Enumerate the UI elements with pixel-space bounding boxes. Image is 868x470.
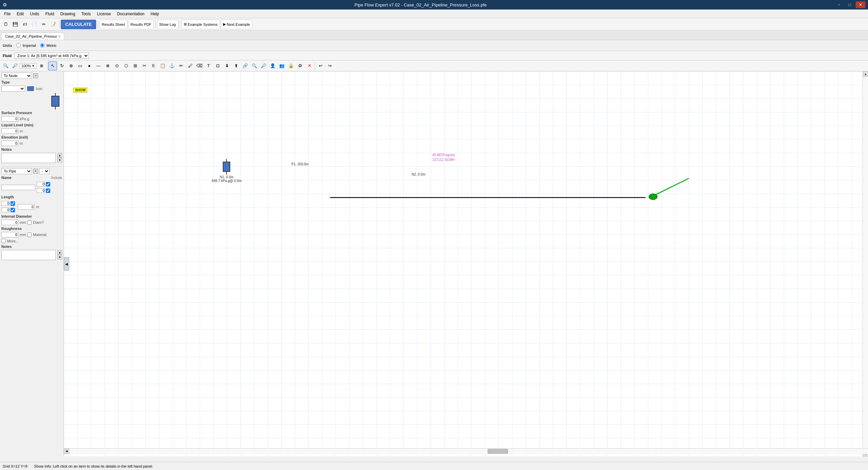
- pipe-check-4[interactable]: [1, 207, 10, 212]
- h-scroll-thumb[interactable]: [488, 449, 508, 454]
- metric-radio[interactable]: [40, 43, 44, 48]
- export-tool[interactable]: ⬆: [232, 61, 240, 70]
- imperial-label[interactable]: Imperial: [23, 43, 36, 48]
- lock-tool[interactable]: 🔒: [287, 61, 295, 70]
- menu-documentation[interactable]: Documentation: [114, 11, 147, 17]
- results-sheet-button[interactable]: Results Sheet: [99, 20, 127, 29]
- pipe-checkbox-2[interactable]: [46, 188, 50, 193]
- canvas-area[interactable]: ◀ SHOW N1, 0.0m 448.7 kPa.g@ 0.0m P1,: [64, 71, 863, 456]
- paste-tool[interactable]: 📋: [158, 61, 167, 70]
- menu-edit[interactable]: Edit: [14, 11, 26, 17]
- pipe-cross-icon[interactable]: +: [33, 169, 38, 174]
- notes-scroll-down[interactable]: ▼: [57, 158, 62, 162]
- close-button[interactable]: ✕: [856, 1, 865, 8]
- show-log-button[interactable]: Show Log: [157, 20, 178, 29]
- to-pipe-select[interactable]: To Pipe: [1, 168, 32, 174]
- pipe-notes-textarea[interactable]: [1, 250, 56, 260]
- tab-close-icon[interactable]: ×: [58, 35, 60, 38]
- copy-tool[interactable]: ⎘: [149, 61, 158, 70]
- node-tool[interactable]: ●: [85, 61, 94, 70]
- zoom-dropdown-icon[interactable]: ▼: [32, 64, 35, 68]
- pipe-notes-scroll-down[interactable]: ▼: [57, 255, 62, 259]
- results-pdf-button[interactable]: Results PDF: [128, 20, 154, 29]
- node-n1-container[interactable]: N1, 0.0m 448.7 kPa.g@ 0.0m: [212, 159, 242, 183]
- pipe-checkbox-1[interactable]: [46, 182, 50, 186]
- settings-tool[interactable]: ⚙: [296, 61, 305, 70]
- group-tool[interactable]: 👥: [277, 61, 286, 70]
- elevation-input[interactable]: [1, 141, 18, 146]
- menu-help[interactable]: Help: [148, 11, 162, 17]
- undo-btn[interactable]: ↩: [316, 61, 325, 70]
- h-scroll-track[interactable]: [69, 449, 868, 454]
- calculate-button[interactable]: CALCULATE: [61, 20, 96, 29]
- anchor-tool[interactable]: ⚓: [167, 61, 176, 70]
- pencil-tool[interactable]: ✏: [177, 61, 185, 70]
- menu-file[interactable]: File: [1, 11, 13, 17]
- example-systems-button[interactable]: ⊞ Example Systems: [181, 20, 220, 29]
- imperial-radio[interactable]: [16, 43, 21, 48]
- roughness-input[interactable]: [1, 232, 18, 237]
- zoom-area-btn[interactable]: 🔍: [250, 61, 259, 70]
- fit-btn[interactable]: ⊕: [37, 61, 46, 70]
- pump-tool[interactable]: ⊙: [112, 61, 121, 70]
- collapse-panel-btn[interactable]: ◀: [64, 257, 69, 271]
- connector-tool[interactable]: ⊞: [131, 61, 140, 70]
- metric-label[interactable]: Metric: [47, 43, 57, 48]
- more-checkbox[interactable]: [1, 239, 6, 243]
- eraser-tool[interactable]: ⌫: [195, 61, 204, 70]
- redo-btn[interactable]: ↪: [325, 61, 334, 70]
- active-tab[interactable]: Case_02_Air_Pipeline_Pressur ×: [1, 33, 64, 40]
- toolbar-icon-3[interactable]: 🏷: [20, 20, 29, 29]
- next-example-button[interactable]: ▶ Next Example: [221, 20, 252, 29]
- toolbar-icon-2[interactable]: 💾: [11, 20, 20, 29]
- menu-license[interactable]: License: [94, 11, 113, 17]
- menu-fluid[interactable]: Fluid: [42, 11, 57, 17]
- pipe-check-1[interactable]: [37, 182, 45, 186]
- menu-drawing[interactable]: Drawing: [57, 11, 78, 17]
- pipe-tool[interactable]: —: [94, 61, 103, 70]
- toolbar-icon-4[interactable]: 📄: [30, 20, 39, 29]
- pipe-check-3[interactable]: [1, 201, 10, 206]
- restore-button[interactable]: □: [845, 1, 854, 8]
- surface-pressure-input[interactable]: [1, 116, 18, 122]
- delete-tool[interactable]: ✂: [140, 61, 149, 70]
- close-tool[interactable]: ✕: [305, 61, 314, 70]
- move-tool[interactable]: ⊕: [67, 61, 75, 70]
- pipe-name-input[interactable]: [1, 185, 35, 190]
- material-checkbox[interactable]: [27, 233, 32, 237]
- zoom-out-btn[interactable]: 🔎: [11, 61, 19, 70]
- text-tool[interactable]: T: [204, 61, 213, 70]
- pipe-checkbox-4[interactable]: [11, 208, 15, 212]
- pipe-notes-scroll-up[interactable]: ▲: [57, 250, 62, 255]
- pipe-style-select[interactable]: —: [39, 168, 50, 174]
- valve-tool[interactable]: ⊗: [103, 61, 112, 70]
- zoom-fit-btn[interactable]: 🔎: [259, 61, 268, 70]
- to-node-select[interactable]: To Node: [1, 73, 32, 79]
- pen-tool[interactable]: 🖊: [186, 61, 195, 70]
- toolbar-icon-6[interactable]: 📝: [49, 20, 58, 29]
- user-tool[interactable]: 👤: [268, 61, 277, 70]
- internal-diameter-input[interactable]: [1, 220, 18, 225]
- pipe-checkbox-3[interactable]: [11, 201, 15, 206]
- toolbar-icon-5[interactable]: ✏: [39, 20, 48, 29]
- zoom-control[interactable]: 100% ▼: [20, 63, 37, 69]
- rotate-tool[interactable]: ↻: [57, 61, 66, 70]
- menu-tools[interactable]: Tools: [78, 11, 93, 17]
- crop-tool[interactable]: ⊡: [213, 61, 222, 70]
- color-swatch[interactable]: [27, 86, 34, 91]
- cursor-tool[interactable]: ↖: [48, 61, 57, 70]
- diam-checkbox[interactable]: [27, 220, 32, 225]
- menu-units[interactable]: Units: [27, 11, 42, 17]
- scroll-left-btn[interactable]: ◀: [64, 449, 69, 454]
- minimize-button[interactable]: −: [834, 1, 844, 8]
- scroll-track-right[interactable]: [863, 77, 868, 451]
- zoom-in-btn[interactable]: 🔍: [1, 61, 10, 70]
- pipe-length-input[interactable]: [18, 204, 35, 210]
- pipe-check-2[interactable]: [37, 188, 45, 193]
- node-cross-icon[interactable]: +: [33, 73, 38, 78]
- liquid-level-input[interactable]: [1, 128, 18, 134]
- type-select[interactable]: [1, 86, 25, 92]
- component-tool[interactable]: ⬡: [122, 61, 130, 70]
- notes-scroll-up[interactable]: ▲: [57, 153, 62, 158]
- scroll-up-btn[interactable]: ▲: [863, 71, 868, 77]
